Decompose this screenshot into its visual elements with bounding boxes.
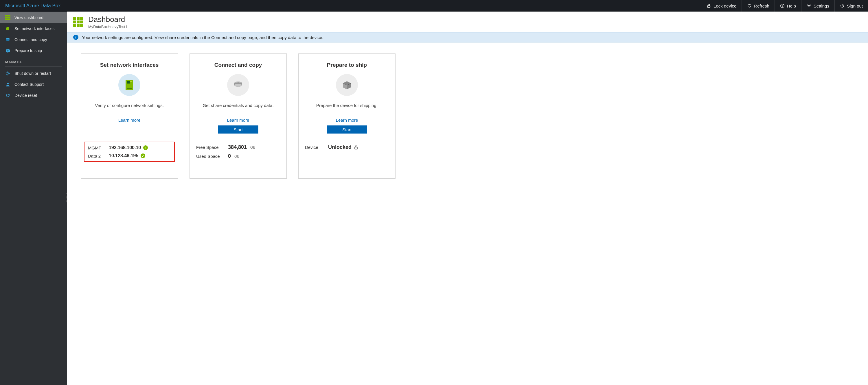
network-row-value: 10.128.46.195: [109, 153, 138, 159]
brand-title: Microsoft Azure Data Box: [0, 3, 66, 9]
sidebar-item-connect[interactable]: Connect and copy: [0, 34, 67, 45]
lock-device-button[interactable]: Lock device: [701, 0, 742, 11]
used-space-value: 0: [228, 153, 231, 159]
page-title: Dashboard: [88, 15, 127, 24]
free-space-row: Free Space 384,801 GB: [196, 144, 280, 150]
signout-label: Sign out: [847, 3, 863, 8]
sidebar-item-label: Shut down or restart: [14, 71, 51, 76]
check-icon: ✓: [143, 145, 148, 150]
network-row-label: MGMT: [88, 145, 109, 150]
page-subtitle: MyDataBoxHeavyTest1: [88, 25, 127, 29]
network-row-label: Data 2: [88, 153, 109, 159]
svg-rect-5: [6, 28, 7, 28]
gear-icon: [807, 3, 811, 8]
help-button[interactable]: Help: [775, 0, 801, 11]
lock-device-label: Lock device: [713, 3, 736, 8]
svg-rect-12: [127, 88, 132, 89]
device-status-value: Unlocked: [328, 144, 351, 150]
cards-row: Set network interfaces Verify or configu…: [67, 42, 868, 189]
card-connect-title: Connect and copy: [196, 62, 280, 68]
network-icon: [5, 26, 10, 31]
help-label: Help: [787, 3, 796, 8]
used-space-unit: GB: [235, 154, 239, 159]
dashboard-icon: [5, 15, 10, 20]
card-network-title: Set network interfaces: [87, 62, 171, 68]
svg-point-3: [808, 5, 810, 6]
used-space-row: Used Space 0 GB: [196, 153, 280, 159]
card-connect-desc: Get share credentials and copy data.: [196, 103, 280, 108]
network-row-value: 192.168.100.10: [109, 145, 141, 150]
card-connect-learn-link[interactable]: Learn more: [190, 118, 286, 123]
sidebar-item-label: Set network interfaces: [14, 26, 55, 31]
unlock-icon: [354, 145, 359, 150]
svg-rect-4: [6, 27, 9, 30]
sidebar-item-label: Connect and copy: [14, 37, 47, 42]
lock-icon: [707, 3, 711, 8]
card-connect: Connect and copy Get share credentials a…: [189, 54, 287, 179]
sidebar-item-label: View dashboard: [14, 15, 43, 20]
dashboard-tile-icon: [73, 17, 83, 27]
svg-rect-11: [130, 81, 132, 82]
box-icon: [336, 74, 358, 96]
main-content: Dashboard MyDataBoxHeavyTest1 i Your net…: [67, 11, 868, 385]
sidebar-item-dashboard[interactable]: View dashboard: [0, 12, 67, 23]
sidebar-section-manage: MANAGE: [0, 56, 67, 67]
sidebar-item-reset[interactable]: Device reset: [0, 90, 67, 101]
package-icon: [5, 48, 10, 53]
signout-button[interactable]: Sign out: [834, 0, 868, 11]
sidebar-item-label: Prepare to ship: [14, 48, 42, 53]
svg-rect-10: [127, 81, 130, 83]
refresh-icon: [747, 3, 752, 8]
info-icon: i: [73, 35, 79, 40]
device-status-row: Device Unlocked: [305, 144, 389, 150]
settings-label: Settings: [814, 3, 829, 8]
card-network-desc: Verify or configure network settings.: [87, 103, 171, 108]
settings-button[interactable]: Settings: [801, 0, 834, 11]
svg-point-15: [235, 84, 242, 87]
card-ship-title: Prepare to ship: [305, 62, 389, 68]
disk-stack-icon: [227, 74, 249, 96]
sidebar-item-label: Device reset: [14, 93, 37, 98]
check-icon: ✓: [141, 153, 145, 158]
used-space-label: Used Space: [196, 154, 228, 159]
svg-point-2: [782, 7, 782, 7]
network-row-mgmt: MGMT 192.168.100.10 ✓: [88, 145, 171, 150]
help-icon: [780, 3, 785, 8]
card-network: Set network interfaces Verify or configu…: [81, 54, 178, 179]
free-space-label: Free Space: [196, 145, 228, 150]
svg-rect-0: [708, 5, 710, 7]
sidebar-item-label: Contact Support: [14, 82, 44, 87]
device-status-label: Device: [305, 145, 328, 150]
network-row-data2: Data 2 10.128.46.195 ✓: [88, 153, 171, 159]
info-banner: i Your network settings are configured. …: [67, 32, 868, 42]
card-network-learn-link[interactable]: Learn more: [81, 118, 178, 123]
refresh-label: Refresh: [754, 3, 769, 8]
card-ship: Prepare to ship Prepare the device for s…: [298, 54, 396, 179]
svg-point-8: [7, 83, 9, 84]
card-ship-desc: Prepare the device for shipping.: [305, 103, 389, 108]
card-connect-start-button[interactable]: Start: [218, 126, 258, 134]
topbar: Microsoft Azure Data Box Lock device Ref…: [0, 0, 868, 11]
info-banner-text: Your network settings are configured. Vi…: [82, 35, 323, 40]
free-space-unit: GB: [250, 145, 255, 149]
power-icon: [840, 3, 844, 8]
person-icon: [5, 82, 10, 87]
gear-outline-icon: [5, 71, 10, 76]
server-icon: [118, 74, 140, 96]
sidebar-item-ship[interactable]: Prepare to ship: [0, 45, 67, 56]
sidebar-item-contact[interactable]: Contact Support: [0, 79, 67, 90]
reset-icon: [5, 93, 10, 98]
sidebar: View dashboard Set network interfaces Co…: [0, 11, 67, 385]
disk-icon: [5, 37, 10, 42]
card-ship-learn-link[interactable]: Learn more: [299, 118, 395, 123]
card-ship-start-button[interactable]: Start: [327, 126, 367, 134]
sidebar-item-shutdown[interactable]: Shut down or restart: [0, 68, 67, 79]
refresh-button[interactable]: Refresh: [742, 0, 775, 11]
svg-rect-16: [355, 147, 357, 149]
svg-point-7: [7, 73, 9, 74]
sidebar-item-network[interactable]: Set network interfaces: [0, 23, 67, 34]
free-space-value: 384,801: [228, 144, 247, 150]
page-header: Dashboard MyDataBoxHeavyTest1: [67, 11, 868, 32]
network-interfaces-highlight: MGMT 192.168.100.10 ✓ Data 2 10.128.46.1…: [84, 142, 175, 162]
